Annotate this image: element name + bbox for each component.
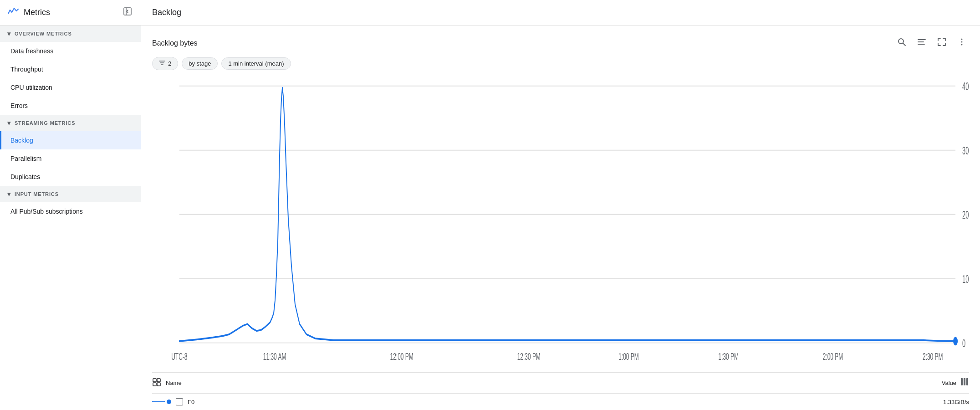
svg-text:400GiB/s: 400GiB/s	[962, 80, 969, 92]
filter-icon	[159, 60, 165, 67]
nav-item-pubsub[interactable]: All Pub/Sub subscriptions	[0, 202, 141, 220]
chart-toolbar	[894, 35, 969, 51]
legend-table: Name Value	[152, 372, 969, 410]
app-name: Metrics	[24, 8, 50, 17]
main-content: Backlog Backlog bytes	[141, 0, 980, 410]
app-logo: Metrics	[7, 6, 50, 19]
filter-count-label: 2	[168, 60, 171, 67]
legend-checkbox[interactable]	[176, 398, 183, 405]
chevron-down-icon-2: ▾	[7, 119, 11, 127]
nav-item-errors[interactable]: Errors	[0, 97, 141, 115]
svg-text:1:00 PM: 1:00 PM	[618, 351, 639, 362]
legend-grid-icon	[152, 378, 161, 388]
svg-text:1:30 PM: 1:30 PM	[718, 351, 739, 362]
logo-icon	[7, 6, 19, 19]
svg-rect-38	[966, 378, 968, 385]
filter-interval-label: 1 min interval (mean)	[228, 60, 284, 67]
legend-dash	[152, 401, 165, 402]
filter-row: 2 by stage 1 min interval (mean)	[152, 57, 969, 70]
fullscreen-button[interactable]	[934, 35, 949, 51]
nav-item-backlog[interactable]: Backlog	[0, 131, 141, 149]
svg-point-31	[953, 337, 958, 345]
section-overview[interactable]: ▾ OVERVIEW METRICS	[0, 26, 141, 42]
svg-point-9	[961, 44, 963, 46]
nav-item-throughput[interactable]: Throughput	[0, 60, 141, 78]
section-streaming-label: STREAMING METRICS	[15, 120, 76, 126]
svg-text:300GiB/s: 300GiB/s	[962, 144, 969, 157]
filter-stage-label: by stage	[189, 60, 211, 67]
nav-item-data-freshness[interactable]: Data freshness	[0, 42, 141, 60]
sidebar-collapse-button[interactable]	[122, 5, 133, 20]
chart-area: 400GiB/s 300GiB/s 200GiB/s 100GiB/s 0 UT…	[152, 77, 969, 369]
filter-chip-interval[interactable]: 1 min interval (mean)	[221, 57, 291, 70]
chevron-down-icon-3: ▾	[7, 190, 11, 198]
svg-rect-36	[961, 378, 963, 385]
chart-title: Backlog bytes	[152, 39, 198, 47]
svg-text:200GiB/s: 200GiB/s	[962, 209, 969, 221]
legend-value-header: Value	[942, 377, 969, 389]
svg-point-8	[961, 41, 963, 43]
chart-title-row: Backlog bytes	[152, 35, 969, 51]
legend-row: F0 1.33GiB/s	[152, 394, 969, 410]
legend-header: Name Value	[152, 373, 969, 394]
legend-dot	[167, 400, 171, 404]
page-title: Backlog	[152, 8, 181, 17]
nav-item-duplicates[interactable]: Duplicates	[0, 168, 141, 186]
svg-rect-34	[153, 383, 156, 386]
svg-text:2:30 PM: 2:30 PM	[923, 351, 943, 362]
section-input[interactable]: ▾ INPUT METRICS	[0, 186, 141, 202]
legend-row-value: 1.33GiB/s	[943, 399, 969, 405]
legend-button[interactable]	[914, 35, 929, 51]
section-input-label: INPUT METRICS	[15, 191, 59, 197]
legend-columns-icon[interactable]	[960, 377, 969, 389]
svg-text:UTC-8: UTC-8	[171, 351, 187, 362]
section-overview-label: OVERVIEW METRICS	[15, 31, 72, 36]
search-button[interactable]	[894, 35, 909, 51]
svg-text:12:30 PM: 12:30 PM	[517, 351, 541, 362]
legend-value-label: Value	[942, 379, 956, 386]
legend-line-indicator	[152, 400, 171, 404]
legend-name-header: Name	[152, 378, 182, 388]
svg-text:2:00 PM: 2:00 PM	[823, 351, 843, 362]
chart-svg: 400GiB/s 300GiB/s 200GiB/s 100GiB/s 0 UT…	[152, 77, 969, 369]
svg-text:0: 0	[962, 337, 965, 349]
svg-rect-33	[157, 379, 160, 382]
svg-point-2	[898, 39, 903, 44]
section-streaming[interactable]: ▾ STREAMING METRICS	[0, 115, 141, 131]
svg-rect-32	[153, 379, 156, 382]
svg-point-7	[961, 39, 963, 40]
svg-rect-0	[124, 8, 131, 15]
svg-line-3	[903, 43, 905, 46]
svg-text:11:30 AM: 11:30 AM	[263, 351, 286, 362]
sidebar-header: Metrics	[0, 0, 141, 26]
legend-row-left: F0	[152, 398, 194, 405]
filter-chip-count[interactable]: 2	[152, 57, 178, 70]
nav-item-cpu-utilization[interactable]: CPU utilization	[0, 78, 141, 97]
chevron-down-icon: ▾	[7, 30, 11, 37]
main-header: Backlog	[141, 0, 980, 26]
more-options-button[interactable]	[954, 35, 969, 51]
svg-text:100GiB/s: 100GiB/s	[962, 273, 969, 285]
svg-rect-35	[157, 383, 160, 386]
filter-chip-stage[interactable]: by stage	[182, 57, 218, 70]
sidebar: Metrics ▾ OVERVIEW METRICS Data freshnes…	[0, 0, 141, 410]
svg-rect-37	[964, 378, 965, 385]
svg-text:12:00 PM: 12:00 PM	[390, 351, 413, 362]
legend-name-label: Name	[166, 379, 182, 386]
legend-row-label: F0	[188, 399, 194, 405]
nav-item-parallelism[interactable]: Parallelism	[0, 149, 141, 168]
chart-container: Backlog bytes	[141, 26, 980, 410]
